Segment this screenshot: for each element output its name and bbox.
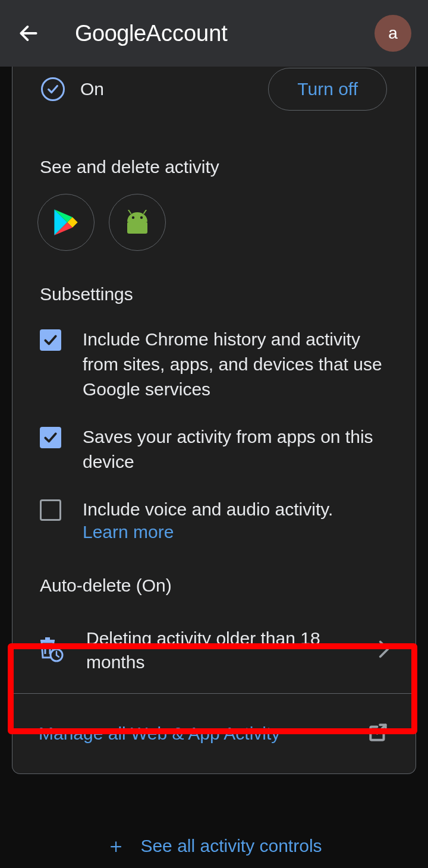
subsetting-apps-row: Saves your activity from apps on this de…	[12, 424, 416, 474]
back-button[interactable]	[17, 21, 40, 45]
svg-point-3	[132, 216, 134, 219]
subsetting-chrome-row: Include Chrome history and activity from…	[12, 327, 416, 402]
page-title: Google Account	[75, 21, 228, 46]
status-label: On	[80, 79, 104, 99]
learn-more-link[interactable]: Learn more	[83, 522, 333, 542]
auto-delete-heading: Auto-delete (On)	[12, 575, 416, 596]
manage-activity-label: Manage all Web & App Activity	[39, 724, 367, 744]
check-icon	[43, 332, 58, 348]
title-brand: Google	[75, 21, 146, 46]
see-all-controls-label: See all activity controls	[140, 836, 322, 856]
svg-point-4	[140, 216, 143, 219]
open-external-icon	[367, 721, 389, 746]
google-play-button[interactable]	[37, 194, 95, 251]
app-header: Google Account a	[0, 0, 428, 67]
title-rest: Account	[146, 21, 228, 46]
arrow-left-icon	[17, 22, 40, 45]
activity-card: On Turn off See and delete activity	[12, 67, 416, 774]
subsetting-voice-row: Include voice and audio activity. Learn …	[12, 497, 416, 542]
check-icon	[43, 430, 58, 445]
chevron-right-icon	[379, 640, 389, 661]
chrome-history-label: Include Chrome history and activity from…	[83, 327, 388, 402]
chrome-history-checkbox[interactable]	[40, 329, 61, 351]
see-delete-heading: See and delete activity	[12, 157, 416, 177]
status-on-icon	[41, 77, 65, 101]
manage-activity-row[interactable]: Manage all Web & App Activity	[12, 694, 416, 773]
see-all-controls-button[interactable]: ＋ See all activity controls	[12, 832, 416, 860]
google-play-icon	[53, 208, 79, 237]
app-icon-row	[12, 177, 416, 251]
svg-rect-6	[45, 637, 50, 640]
voice-audio-checkbox[interactable]	[40, 499, 61, 521]
apps-activity-checkbox[interactable]	[40, 427, 61, 448]
account-avatar[interactable]: a	[374, 15, 411, 52]
subsettings-heading: Subsettings	[12, 284, 416, 304]
plus-icon: ＋	[106, 832, 126, 860]
voice-audio-label: Include voice and audio activity.	[83, 497, 333, 522]
checkmark-icon	[46, 83, 59, 96]
auto-delete-icon	[39, 636, 65, 665]
status-row: On Turn off	[12, 67, 416, 112]
turn-off-button[interactable]: Turn off	[268, 68, 387, 111]
svg-line-2	[144, 210, 146, 213]
auto-delete-description: Deleting activity older than 18 months	[86, 627, 369, 674]
svg-line-1	[128, 210, 131, 213]
page-body: On Turn off See and delete activity	[0, 67, 428, 868]
screen: Google Account a On Turn off See and del…	[0, 0, 428, 868]
apps-activity-label: Saves your activity from apps on this de…	[83, 424, 388, 474]
voice-audio-block: Include voice and audio activity. Learn …	[83, 497, 333, 542]
android-button[interactable]	[109, 194, 166, 251]
android-icon	[124, 210, 151, 235]
auto-delete-row[interactable]: Deleting activity older than 18 months	[12, 608, 416, 693]
avatar-initial: a	[388, 24, 398, 43]
svg-rect-0	[127, 222, 147, 234]
